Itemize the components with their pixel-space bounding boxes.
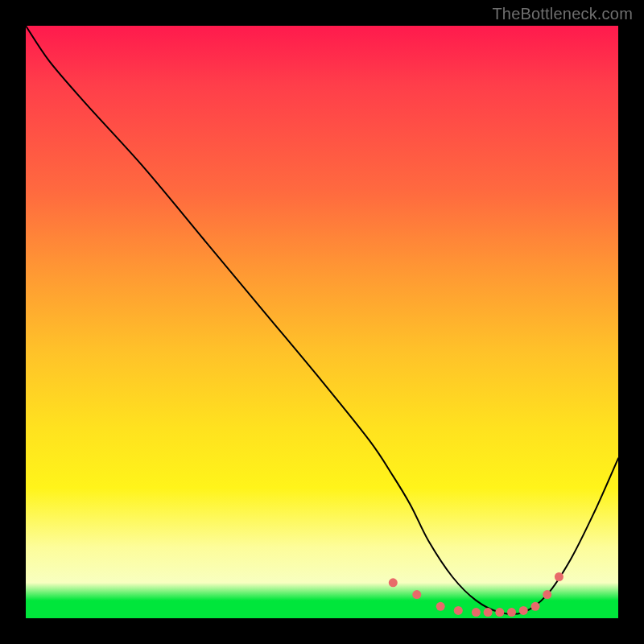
marker-dot [472,608,481,617]
marker-dot [495,608,504,617]
marker-dot [531,602,540,611]
marker-dot [555,572,564,581]
marker-dot [389,578,398,587]
marker-dot [484,608,493,617]
marker-dot [519,606,528,615]
marker-dot [436,602,445,611]
bottleneck-curve [26,26,618,614]
plot-area [26,26,618,618]
watermark-text: TheBottleneck.com [492,5,633,23]
optimal-range-markers [389,572,564,617]
curve-svg [26,26,618,618]
chart-frame: TheBottleneck.com [0,0,644,644]
marker-dot [507,608,516,617]
marker-dot [454,606,463,615]
marker-dot [543,590,551,599]
marker-dot [412,590,421,599]
